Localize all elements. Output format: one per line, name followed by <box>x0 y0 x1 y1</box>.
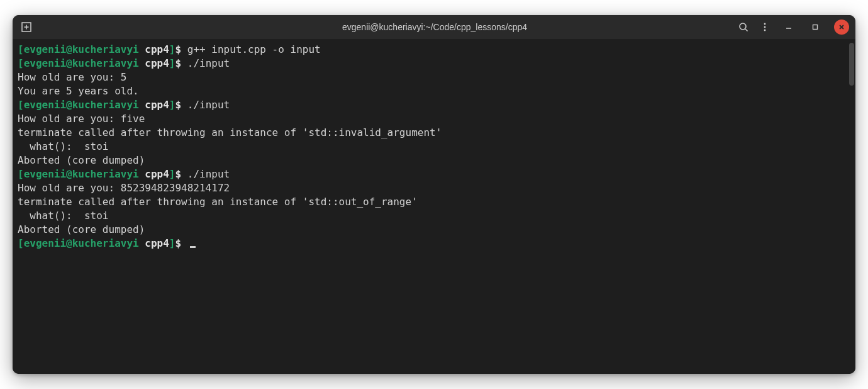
command-text: ./input <box>187 57 230 69</box>
prompt-space <box>139 57 145 69</box>
prompt-bracket-open: [ <box>18 168 24 180</box>
prompt-line: [evgenii@kucheriavyi cpp4]$ ./input <box>18 167 850 181</box>
prompt-symbol: $ <box>175 168 187 180</box>
minimize-button[interactable] <box>781 20 796 35</box>
prompt-user-host: evgenii@kucheriavyi <box>24 168 139 180</box>
prompt-symbol: $ <box>175 99 187 111</box>
prompt-user-host: evgenii@kucheriavyi <box>24 99 139 111</box>
output-line: terminate called after throwing an insta… <box>18 195 850 209</box>
svg-point-6 <box>764 26 766 28</box>
search-icon[interactable] <box>738 22 748 32</box>
prompt-space <box>139 99 145 111</box>
prompt-cwd: cpp4 <box>145 43 169 55</box>
prompt-line: [evgenii@kucheriavyi cpp4]$ ./input <box>18 98 850 112</box>
window-title: evgenii@kucheriavyi:~/Code/cpp_lessons/c… <box>133 22 736 32</box>
prompt-bracket-open: [ <box>18 43 24 55</box>
titlebar-right <box>736 20 849 35</box>
terminal-window: evgenii@kucheriavyi:~/Code/cpp_lessons/c… <box>13 15 855 374</box>
prompt-cwd: cpp4 <box>145 57 169 69</box>
prompt-symbol: $ <box>175 43 187 55</box>
new-tab-icon[interactable] <box>20 21 33 33</box>
scrollbar[interactable] <box>849 43 854 86</box>
output-line: what(): stoi <box>18 209 850 223</box>
titlebar-left <box>20 21 133 33</box>
svg-point-7 <box>764 30 766 31</box>
prompt-cwd: cpp4 <box>145 237 169 249</box>
command-text: ./input <box>187 99 230 111</box>
prompt-bracket-open: [ <box>18 237 24 249</box>
titlebar: evgenii@kucheriavyi:~/Code/cpp_lessons/c… <box>13 15 855 39</box>
prompt-user-host: evgenii@kucheriavyi <box>24 43 139 55</box>
prompt-line: [evgenii@kucheriavyi cpp4]$ g++ input.cp… <box>18 43 850 57</box>
output-line: How old are you: five <box>18 112 850 126</box>
command-text: g++ input.cpp -o input <box>187 43 321 55</box>
prompt-symbol: $ <box>175 237 187 249</box>
output-line: what(): stoi <box>18 140 850 154</box>
prompt-bracket-open: [ <box>18 99 24 111</box>
cursor <box>190 246 196 248</box>
prompt-cwd: cpp4 <box>145 99 169 111</box>
output-line: Aborted (core dumped) <box>18 154 850 167</box>
prompt-user-host: evgenii@kucheriavyi <box>24 237 139 249</box>
prompt-line-active: [evgenii@kucheriavyi cpp4]$ <box>18 237 850 251</box>
prompt-space <box>139 237 145 249</box>
svg-point-5 <box>764 23 766 25</box>
maximize-button[interactable] <box>808 20 823 35</box>
svg-rect-9 <box>813 25 818 30</box>
prompt-bracket-open: [ <box>18 57 24 69</box>
prompt-cwd: cpp4 <box>145 168 169 180</box>
prompt-user-host: evgenii@kucheriavyi <box>24 57 139 69</box>
output-line: You are 5 years old. <box>18 84 850 98</box>
terminal-body[interactable]: [evgenii@kucheriavyi cpp4]$ g++ input.cp… <box>13 39 855 374</box>
prompt-space <box>139 168 145 180</box>
svg-point-3 <box>740 23 746 30</box>
prompt-space <box>139 43 145 55</box>
close-button[interactable] <box>834 20 849 35</box>
prompt-symbol: $ <box>175 57 187 69</box>
prompt-line: [evgenii@kucheriavyi cpp4]$ ./input <box>18 57 850 70</box>
output-line: Aborted (core dumped) <box>18 223 850 237</box>
menu-icon[interactable] <box>760 22 770 32</box>
output-line: How old are you: 5 <box>18 70 850 84</box>
command-text: ./input <box>187 168 230 180</box>
output-line: terminate called after throwing an insta… <box>18 126 850 140</box>
svg-line-4 <box>745 29 748 31</box>
output-line: How old are you: 852394823948214172 <box>18 181 850 195</box>
